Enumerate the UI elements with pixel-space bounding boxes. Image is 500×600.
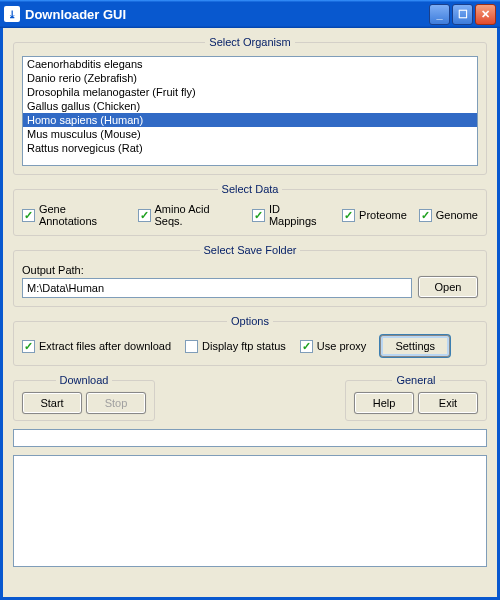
organism-item[interactable]: Caenorhabditis elegans [23, 57, 477, 71]
open-folder-button[interactable]: Open [418, 276, 478, 298]
amino-acid-seqs-label: Amino Acid Seqs. [155, 203, 240, 227]
progress-bar [13, 429, 487, 447]
exit-button[interactable]: Exit [418, 392, 478, 414]
data-legend: Select Data [218, 183, 283, 195]
options-group: Options Extract files after download Dis… [13, 315, 487, 366]
display-ftp-checkbox[interactable] [185, 340, 198, 353]
display-ftp-label: Display ftp status [202, 340, 286, 352]
organism-item[interactable]: Homo sapiens (Human) [23, 113, 477, 127]
data-group: Select Data Gene Annotations Amino Acid … [13, 183, 487, 236]
proteome-label: Proteome [359, 209, 407, 221]
minimize-button[interactable]: _ [429, 4, 450, 25]
log-output[interactable] [13, 455, 487, 567]
download-group: Download Start Stop [13, 374, 155, 421]
save-folder-legend: Select Save Folder [200, 244, 301, 256]
stop-button[interactable]: Stop [86, 392, 146, 414]
app-icon: ⤓ [4, 6, 20, 22]
window-title: Downloader GUI [25, 7, 429, 22]
use-proxy-label: Use proxy [317, 340, 367, 352]
genome-label: Genome [436, 209, 478, 221]
organism-item[interactable]: Rattus norvegicus (Rat) [23, 141, 477, 155]
close-button[interactable]: ✕ [475, 4, 496, 25]
use-proxy-checkbox[interactable] [300, 340, 313, 353]
organism-item[interactable]: Gallus gallus (Chicken) [23, 99, 477, 113]
output-path-label: Output Path: [22, 264, 412, 276]
organism-group: Select Organism Caenorhabditis elegansDa… [13, 36, 487, 175]
start-button[interactable]: Start [22, 392, 82, 414]
gene-annotations-label: Gene Annotations [39, 203, 126, 227]
genome-checkbox[interactable] [419, 209, 432, 222]
organism-legend: Select Organism [205, 36, 294, 48]
id-mappings-checkbox[interactable] [252, 209, 265, 222]
extract-label: Extract files after download [39, 340, 171, 352]
general-legend: General [392, 374, 439, 386]
save-folder-group: Select Save Folder Output Path: Open [13, 244, 487, 307]
organism-item[interactable]: Danio rerio (Zebrafish) [23, 71, 477, 85]
download-legend: Download [56, 374, 113, 386]
id-mappings-label: ID Mappings [269, 203, 330, 227]
output-path-input[interactable] [22, 278, 412, 298]
settings-button[interactable]: Settings [380, 335, 450, 357]
help-button[interactable]: Help [354, 392, 414, 414]
organism-listbox[interactable]: Caenorhabditis elegansDanio rerio (Zebra… [22, 56, 478, 166]
maximize-button[interactable]: ☐ [452, 4, 473, 25]
extract-checkbox[interactable] [22, 340, 35, 353]
amino-acid-seqs-checkbox[interactable] [138, 209, 151, 222]
options-legend: Options [227, 315, 273, 327]
gene-annotations-checkbox[interactable] [22, 209, 35, 222]
proteome-checkbox[interactable] [342, 209, 355, 222]
organism-item[interactable]: Drosophila melanogaster (Fruit fly) [23, 85, 477, 99]
organism-item[interactable]: Mus musculus (Mouse) [23, 127, 477, 141]
general-group: General Help Exit [345, 374, 487, 421]
titlebar: ⤓ Downloader GUI _ ☐ ✕ [0, 0, 500, 28]
